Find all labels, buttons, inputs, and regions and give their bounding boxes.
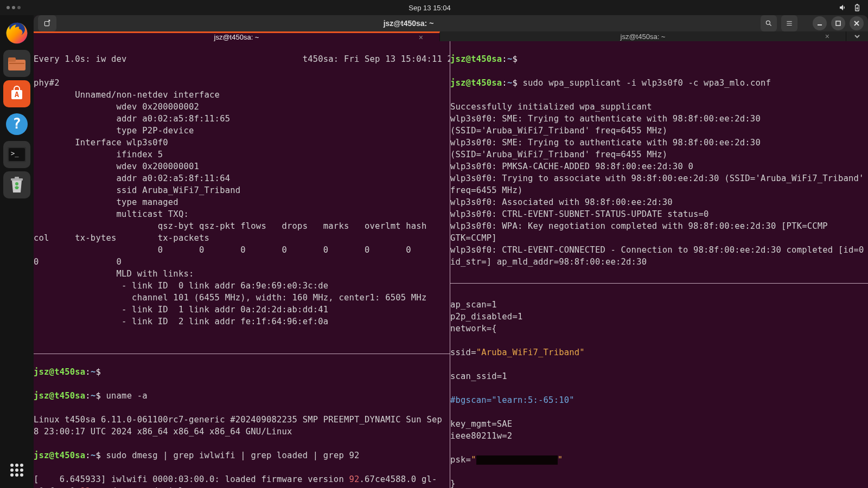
tab-label: jsz@t450sa: ~ (621, 33, 666, 41)
svg-point-21 (20, 473, 23, 477)
svg-point-19 (10, 473, 14, 477)
new-tab-button[interactable] (38, 15, 56, 31)
window-title: jsz@t450sa: ~ (61, 19, 756, 28)
gnome-top-bar: Sep 13 15:04 (0, 0, 868, 15)
svg-rect-22 (44, 22, 49, 26)
redacted-psk (476, 455, 558, 465)
volume-icon (839, 3, 847, 12)
ubuntu-dock: A ? >_ (0, 15, 34, 488)
battery-icon (853, 3, 861, 12)
close-button[interactable] (850, 16, 864, 30)
svg-point-16 (10, 468, 14, 472)
terminal-body[interactable]: Every 1.0s: iw dev t450sa: Fri Sep 13 15… (34, 41, 868, 488)
watch-output: Every 1.0s: iw dev t450sa: Fri Sep 13 15… (34, 41, 450, 354)
tab-expand-button[interactable] (846, 31, 868, 41)
hamburger-button[interactable] (781, 15, 797, 31)
svg-rect-2 (8, 57, 16, 62)
hamburger-icon (786, 20, 793, 27)
dock-terminal[interactable]: >_ (3, 141, 30, 168)
terminal-window: jsz@t450sa: ~ jsz@t450sa: ~ × jsz@t450sa… (34, 15, 868, 488)
dock-software[interactable]: A (3, 80, 30, 107)
tab-close-icon[interactable]: × (825, 32, 829, 41)
dock-trash[interactable] (3, 171, 30, 198)
tab-0[interactable]: jsz@t450sa: ~ × (34, 31, 440, 41)
dock-files[interactable] (3, 50, 30, 77)
tab-bar: jsz@t450sa: ~ × jsz@t450sa: ~ × (34, 31, 868, 41)
svg-point-17 (15, 468, 18, 472)
search-button[interactable] (761, 15, 777, 31)
svg-point-23 (766, 21, 770, 24)
svg-text:A: A (15, 90, 20, 99)
svg-point-14 (15, 464, 18, 467)
svg-point-13 (10, 464, 14, 467)
svg-text:>_: >_ (11, 150, 19, 157)
svg-text:?: ? (12, 115, 21, 132)
svg-rect-3 (9, 63, 24, 64)
tab-1[interactable]: jsz@t450sa: ~ × (440, 31, 846, 41)
tmux-left-pane[interactable]: Every 1.0s: iw dev t450sa: Fri Sep 13 15… (34, 41, 450, 488)
dock-help[interactable]: ? (3, 111, 30, 138)
tab-label: jsz@t450sa: ~ (214, 33, 259, 41)
clock[interactable]: Sep 13 15:04 (21, 4, 839, 12)
dock-firefox[interactable] (3, 20, 30, 47)
svg-point-20 (15, 473, 18, 477)
dock-show-apps[interactable] (3, 457, 30, 484)
maximize-button[interactable] (831, 16, 845, 30)
tab-close-icon[interactable]: × (419, 33, 423, 42)
system-tray[interactable] (839, 3, 861, 12)
svg-rect-24 (836, 21, 840, 25)
activities-corner[interactable] (7, 6, 21, 9)
svg-point-18 (20, 468, 23, 472)
shell-left[interactable]: jsz@t450sa:~$ jsz@t450sa:~$ uname -a Lin… (34, 354, 450, 488)
svg-point-15 (20, 464, 23, 467)
minimize-button[interactable] (813, 16, 827, 30)
titlebar: jsz@t450sa: ~ (34, 15, 868, 31)
chevron-down-icon (854, 33, 860, 40)
svg-rect-12 (15, 177, 19, 179)
search-icon (765, 20, 773, 27)
tmux-right-pane[interactable]: jsz@t450sa:~$ jsz@t450sa:~$ sudo wpa_sup… (450, 41, 868, 488)
